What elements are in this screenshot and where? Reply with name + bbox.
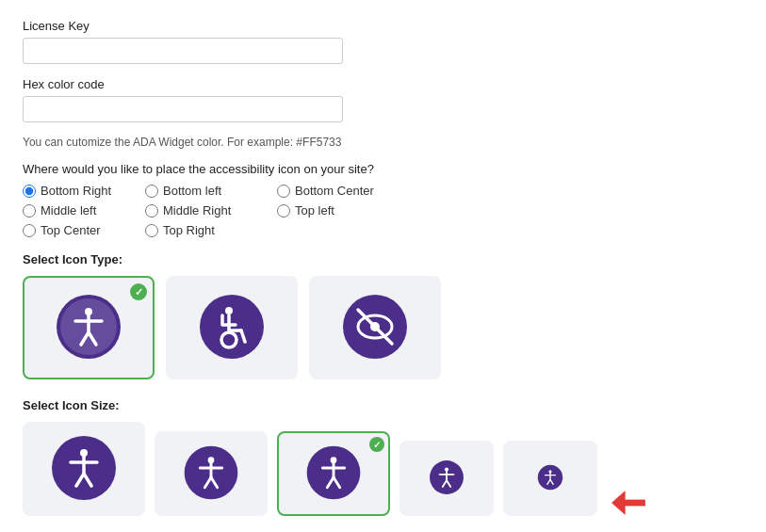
check-badge-accessibility: ✓: [130, 283, 147, 300]
placement-section: Where would you like to place the access…: [23, 162, 743, 237]
svg-point-7: [200, 295, 264, 359]
svg-point-8: [225, 307, 233, 314]
eye-slash-icon: [341, 293, 409, 363]
placement-radio-grid: Bottom Right Bottom left Bottom Center M…: [23, 184, 743, 237]
radio-bottom-left[interactable]: Bottom left: [145, 184, 277, 198]
radio-bottom-right[interactable]: Bottom Right: [23, 184, 145, 198]
arrow-indicator: [611, 490, 646, 516]
hex-color-group: Hex color code: [23, 77, 743, 122]
license-key-input[interactable]: [23, 38, 343, 64]
size-card-xs[interactable]: [503, 441, 597, 516]
radio-middle-left[interactable]: Middle left: [23, 203, 145, 218]
svg-marker-44: [612, 492, 645, 514]
size-xs-icon: [537, 464, 563, 493]
icon-type-label: Select Icon Type:: [23, 252, 743, 266]
radio-top-right[interactable]: Top Right: [145, 223, 277, 237]
license-key-label: License Key: [23, 19, 743, 33]
icon-card-accessibility[interactable]: ✓: [23, 276, 155, 379]
radio-top-left[interactable]: Top left: [277, 203, 418, 218]
size-sm-icon: [429, 459, 464, 498]
placement-question: Where would you like to place the access…: [23, 162, 743, 176]
icon-size-label: Select Icon Size:: [23, 398, 743, 412]
check-badge-size-md: ✓: [369, 437, 384, 452]
icon-size-grid: ✓: [23, 422, 743, 516]
size-card-sm[interactable]: [399, 441, 494, 516]
size-lg-icon: [183, 444, 239, 504]
radio-middle-right[interactable]: Middle Right: [145, 203, 277, 218]
icon-type-section: Select Icon Type: ✓: [23, 252, 743, 379]
icon-size-section: Select Icon Size:: [23, 398, 743, 516]
wheelchair-icon: [198, 293, 266, 363]
color-hint: You can cutomize the ADA Widget color. F…: [23, 136, 743, 149]
icon-card-eye-slash[interactable]: [309, 276, 441, 379]
size-md-icon: [305, 444, 362, 504]
size-card-md[interactable]: ✓: [277, 431, 390, 516]
hex-color-input[interactable]: [23, 96, 343, 122]
icon-card-wheelchair[interactable]: [166, 276, 298, 379]
size-xl-icon: [50, 434, 118, 505]
size-card-lg[interactable]: [155, 431, 268, 516]
icon-type-grid: ✓: [23, 276, 743, 379]
radio-bottom-center[interactable]: Bottom Center: [277, 184, 418, 198]
hex-color-label: Hex color code: [23, 77, 743, 91]
size-card-xl[interactable]: [23, 422, 145, 516]
radio-top-center[interactable]: Top Center: [23, 223, 145, 237]
license-key-group: License Key: [23, 19, 743, 64]
accessibility-icon: [55, 293, 122, 363]
